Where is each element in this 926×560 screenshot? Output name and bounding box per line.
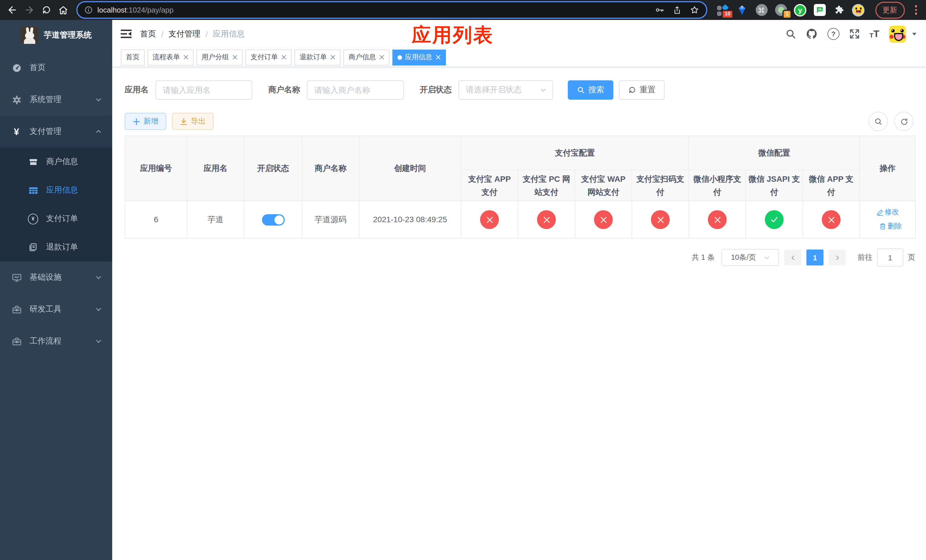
browser-menu-icon[interactable] [910,5,921,15]
close-icon[interactable] [232,55,238,60]
reload-icon[interactable] [39,3,53,17]
extension-command-icon[interactable] [755,3,768,17]
export-button[interactable]: 导出 [172,113,213,130]
close-icon[interactable] [183,55,189,60]
monitor-chart-icon [11,272,22,282]
sidebar-item-dev-tools[interactable]: 研发工具 [0,294,112,325]
tab-pay-order[interactable]: 支付订单 [245,49,292,65]
url-bar[interactable]: localhost:1024/pay/app [76,1,707,19]
forward-icon[interactable] [22,3,36,17]
extension-icons: 10 1 y [716,3,865,17]
search-button[interactable]: 搜索 [568,80,613,100]
close-icon[interactable] [436,55,441,60]
close-icon[interactable] [330,55,336,60]
reset-button[interactable]: 重置 [619,80,664,100]
browser-update-button[interactable]: 更新 [875,2,905,18]
close-icon[interactable] [281,55,286,60]
chevron-left-icon [790,254,796,260]
add-button[interactable]: 新增 [125,113,166,130]
col-header-status: 开启状态 [244,136,302,201]
back-icon[interactable] [5,3,20,17]
download-icon [180,118,188,125]
profile-avatar[interactable] [852,3,865,17]
extensions-puzzle-icon[interactable] [832,3,846,17]
font-size-icon[interactable]: TT [870,29,879,39]
channel-status-icon [537,210,556,229]
bookmark-star-icon[interactable] [689,5,699,15]
sidebar-item-label: 工作流程 [30,336,62,347]
page-size-select[interactable]: 10条/页 [722,249,779,266]
col-sub-alipay-wap: 支付宝 WAP 网站支付 [575,170,632,201]
status-toggle[interactable] [262,215,284,226]
chevron-down-icon [95,306,102,313]
col-sub-alipay-pc: 支付宝 PC 网站支付 [518,170,575,201]
extension-chat-icon[interactable] [813,3,826,17]
merchant-name-input[interactable] [307,80,404,100]
sidebar-item-merchant-info[interactable]: 商户信息 [0,148,112,176]
sidebar-item-payment[interactable]: ¥ 支付管理 [0,116,112,148]
cell-created: 2021-10-23 08:49:25 [359,201,461,238]
refresh-table-button[interactable] [894,112,914,131]
col-sub-alipay-app: 支付宝 APP 支付 [461,170,518,201]
breadcrumb-payment[interactable]: 支付管理 [169,29,200,39]
sidebar-item-infrastructure[interactable]: 基础设施 [0,262,112,294]
channel-status-icon [822,210,841,229]
close-icon[interactable] [379,55,384,60]
extension-yudao-icon[interactable]: y [794,3,807,17]
tab-refund-order[interactable]: 退款订单 [294,49,340,65]
channel-status-icon [594,210,613,229]
page-number-button[interactable]: 1 [806,250,823,265]
channel-status-icon [651,210,670,229]
col-sub-wechat-mini: 微信小程序支付 [689,170,746,201]
sidebar-item-label: 商户信息 [46,157,78,167]
status-select[interactable]: 请选择开启状态 [458,80,553,100]
share-icon[interactable] [672,5,681,15]
edit-link[interactable]: 修改 [876,206,899,219]
sidebar-item-home[interactable]: 首页 [0,52,112,84]
sidebar-item-label: 基础设施 [30,272,62,283]
sidebar-item-refund-order[interactable]: 退款订单 [0,233,112,262]
next-page-button[interactable] [829,250,846,265]
goto-page-input[interactable] [877,248,903,266]
tab-process-form[interactable]: 流程表单 [147,49,194,65]
channel-status-icon [765,210,784,229]
help-icon[interactable]: ? [828,28,840,40]
github-icon[interactable] [806,28,818,40]
password-key-icon[interactable] [655,5,664,15]
header-search-icon[interactable] [785,29,796,39]
gear-icon [11,95,22,104]
sidebar-item-system[interactable]: 系统管理 [0,84,112,116]
extension-recorder-icon[interactable]: 1 [774,3,787,17]
cell-id: 6 [125,201,187,238]
sidebar-collapse-icon[interactable] [121,29,132,39]
site-info-icon[interactable] [84,6,93,14]
col-group-wechat: 微信配置 [689,136,859,170]
sidebar-item-label: 研发工具 [30,304,62,315]
tags-bar: 首页 流程表单 用户分组 支付订单 退款订单 商户信息 应用信息 [112,48,926,67]
extension-gem-icon[interactable] [735,3,749,17]
trash-icon [879,223,886,230]
goto-unit-label: 页 [908,252,915,263]
tab-home[interactable]: 首页 [121,49,145,65]
fullscreen-icon[interactable] [849,29,860,39]
home-icon[interactable] [56,3,71,17]
col-header-name: 应用名 [187,136,244,201]
sidebar-item-pay-order[interactable]: ¥ 支付订单 [0,204,112,233]
search-icon [577,86,585,94]
avatar-caret-icon[interactable] [911,31,917,37]
sidebar-item-app-info[interactable]: 应用信息 [0,176,112,204]
sidebar-item-label: 系统管理 [30,95,62,105]
extension-grid-icon[interactable]: 10 [716,3,729,17]
sidebar-item-workflow[interactable]: 工作流程 [0,325,112,357]
user-avatar[interactable] [889,25,906,42]
tab-app-info[interactable]: 应用信息 [392,49,446,65]
tab-merchant-info[interactable]: 商户信息 [343,49,390,65]
delete-link[interactable]: 删除 [879,219,902,233]
documents-icon [28,243,38,252]
toggle-search-button[interactable] [869,112,888,131]
chevron-down-icon [95,96,102,103]
app-name-input[interactable] [156,80,252,100]
tab-user-group[interactable]: 用户分组 [197,49,243,65]
breadcrumb-home[interactable]: 首页 [140,29,156,39]
prev-page-button[interactable] [784,250,801,265]
